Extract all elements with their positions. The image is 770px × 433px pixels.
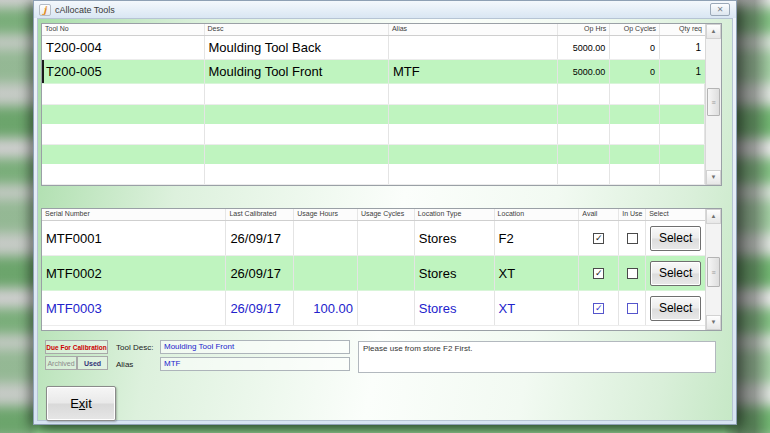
- cell-op-cycles: 0: [610, 60, 660, 83]
- legend-used: Used: [77, 356, 108, 370]
- scroll-up-icon[interactable]: ▲: [706, 24, 721, 39]
- in-use-checkbox[interactable]: [627, 233, 638, 244]
- col-header-op-hrs: Op Hrs: [558, 24, 610, 35]
- col-header-alias: Alias: [389, 24, 558, 35]
- alias-field[interactable]: MTF: [160, 357, 350, 371]
- tools-grid-body: Tool No Desc Alias Op Hrs Op Cycles Qty …: [42, 24, 705, 185]
- scroll-thumb[interactable]: [707, 88, 720, 116]
- empty-row[interactable]: [42, 124, 705, 145]
- cell-location: F2: [495, 221, 580, 255]
- exit-button[interactable]: Exit: [46, 386, 116, 421]
- tools-grid-header: Tool No Desc Alias Op Hrs Op Cycles Qty …: [42, 24, 705, 36]
- col-header-op-cycles: Op Cycles: [610, 24, 660, 35]
- window-title: cAllocate Tools: [55, 5, 115, 15]
- col-header-serial-number: Serial Number: [42, 209, 226, 220]
- cell-desc: Moulding Tool Front: [205, 60, 389, 83]
- cell-select: Select: [646, 221, 705, 255]
- scroll-thumb[interactable]: [707, 257, 720, 287]
- col-header-usage-cycles: Usage Cycles: [358, 209, 415, 220]
- scroll-up-icon[interactable]: ▲: [706, 209, 721, 224]
- empty-rows: [42, 84, 705, 185]
- scroll-down-icon[interactable]: ▼: [706, 315, 721, 330]
- cell-usage-cycles: [358, 221, 415, 255]
- scroll-down-icon[interactable]: ▼: [706, 170, 721, 185]
- cell-avail: [579, 221, 619, 255]
- tool-desc-label: Tool Desc:: [116, 343, 153, 352]
- select-button[interactable]: Select: [650, 226, 701, 251]
- tool-row-selected[interactable]: T200-005 Moulding Tool Front MTF 5000.00…: [42, 60, 705, 84]
- cell-location-type: Stores: [415, 291, 495, 325]
- cell-last-calibrated: 26/09/17: [226, 291, 294, 325]
- dialog-client-area: Tool No Desc Alias Op Hrs Op Cycles Qty …: [37, 18, 733, 421]
- col-header-location-type: Location Type: [415, 209, 495, 220]
- in-use-checkbox[interactable]: [627, 303, 638, 314]
- avail-checkbox[interactable]: [593, 233, 604, 244]
- cell-op-hrs: 5000.00: [558, 60, 610, 83]
- col-header-location: Location: [495, 209, 580, 220]
- col-header-tool-no: Tool No: [42, 24, 205, 35]
- avail-checkbox[interactable]: [593, 303, 604, 314]
- serials-grid-scrollbar[interactable]: ▲ ▼: [705, 209, 721, 330]
- cell-avail: [579, 256, 619, 290]
- alias-label: Alias: [116, 360, 133, 369]
- cell-location-type: Stores: [415, 221, 495, 255]
- select-button[interactable]: Select: [650, 261, 701, 286]
- avail-checkbox[interactable]: [593, 268, 604, 279]
- serial-row[interactable]: MTF0001 26/09/17 Stores F2 Select: [42, 221, 705, 256]
- col-header-avail: Avail: [579, 209, 619, 220]
- cell-op-cycles: 0: [610, 36, 660, 59]
- serials-grid-header: Serial Number Last Calibrated Usage Hour…: [42, 209, 705, 221]
- cell-select: Select: [646, 256, 705, 290]
- cell-alias: MTF: [389, 60, 558, 83]
- exit-label: Exit: [70, 396, 92, 411]
- tools-grid-scrollbar[interactable]: ▲ ▼: [705, 24, 721, 185]
- empty-row[interactable]: [42, 84, 705, 105]
- cell-usage-cycles: [358, 256, 415, 290]
- serials-grid: Serial Number Last Calibrated Usage Hour…: [41, 208, 722, 331]
- cell-last-calibrated: 26/09/17: [226, 221, 294, 255]
- title-bar[interactable]: j cAllocate Tools ✕: [34, 1, 736, 18]
- serial-row[interactable]: MTF0003 26/09/17 100.00 Stores XT Select: [42, 291, 705, 326]
- in-use-checkbox[interactable]: [627, 268, 638, 279]
- empty-row[interactable]: [42, 164, 705, 185]
- cell-in-use: [619, 291, 646, 325]
- cell-in-use: [619, 221, 646, 255]
- cell-in-use: [619, 256, 646, 290]
- cell-select: Select: [646, 291, 705, 325]
- legend-due-for-calibration: Due For Calibration: [45, 340, 108, 354]
- tool-desc-field[interactable]: Moulding Tool Front: [160, 340, 350, 354]
- cell-avail: [579, 291, 619, 325]
- select-button[interactable]: Select: [650, 296, 701, 321]
- cell-location: XT: [495, 256, 580, 290]
- legend-archived: Archived: [45, 356, 77, 370]
- cell-qty-req: 1: [660, 60, 705, 83]
- cell-serial: MTF0003: [42, 291, 226, 325]
- cell-serial: MTF0002: [42, 256, 226, 290]
- cell-last-calibrated: 26/09/17: [226, 256, 294, 290]
- cell-tool-no: T200-004: [42, 36, 205, 59]
- col-header-in-use: In Use: [619, 209, 646, 220]
- cell-op-hrs: 5000.00: [558, 36, 610, 59]
- cell-location-type: Stores: [415, 256, 495, 290]
- serial-row-highlighted[interactable]: MTF0002 26/09/17 Stores XT Select: [42, 256, 705, 291]
- app-icon: j: [39, 4, 51, 16]
- cell-usage-hours: 100.00: [294, 291, 358, 325]
- allocate-tools-window: j cAllocate Tools ✕ Tool No Desc Alias O…: [33, 0, 737, 425]
- col-header-qty-req: Qty req: [660, 24, 705, 35]
- cell-alias: [389, 36, 558, 59]
- cell-location: XT: [495, 291, 580, 325]
- cell-tool-no: T200-005: [42, 60, 205, 83]
- col-header-desc: Desc: [205, 24, 389, 35]
- note-field[interactable]: Please use from store F2 First.: [358, 341, 716, 373]
- close-icon[interactable]: ✕: [710, 3, 730, 16]
- empty-row[interactable]: [42, 105, 705, 125]
- screen: j cAllocate Tools ✕ Tool No Desc Alias O…: [0, 0, 770, 433]
- cell-serial: MTF0001: [42, 221, 226, 255]
- empty-row[interactable]: [42, 145, 705, 165]
- tool-row[interactable]: T200-004 Moulding Tool Back 5000.00 0 1: [42, 36, 705, 60]
- serials-grid-body: Serial Number Last Calibrated Usage Hour…: [42, 209, 705, 330]
- cell-qty-req: 1: [660, 36, 705, 59]
- cell-usage-hours: [294, 256, 358, 290]
- cell-desc: Moulding Tool Back: [205, 36, 389, 59]
- tools-grid: Tool No Desc Alias Op Hrs Op Cycles Qty …: [41, 23, 722, 186]
